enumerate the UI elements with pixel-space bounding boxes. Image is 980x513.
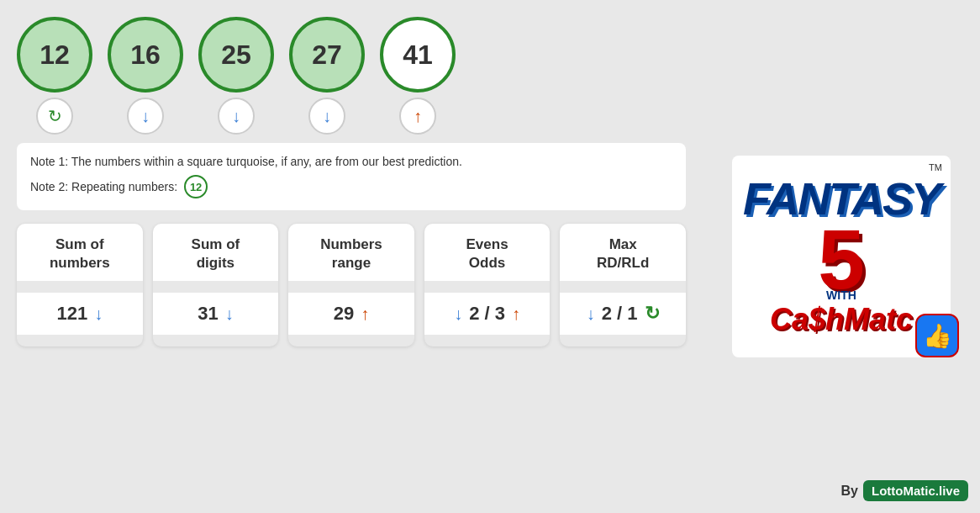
stat-arrow-down-max: ↓	[587, 304, 595, 324]
logo-with-text: WITH	[826, 288, 856, 302]
main-container: 12 ↻ 16 ↓ 25 ↓	[0, 0, 980, 513]
ball-value-5: 41	[403, 40, 433, 71]
refresh-icon-1: ↻	[48, 106, 62, 126]
ball-arrow-2[interactable]: ↓	[127, 98, 164, 135]
stat-label-numbers-range-l2: range	[332, 255, 371, 271]
stat-label-max-rdrd-l2: RD/RLd	[597, 255, 649, 271]
ball-3: 25	[198, 17, 274, 93]
stat-value-numbers-range: 29 ↑	[288, 293, 414, 335]
stat-number-evens-odds: 2 / 3	[469, 303, 505, 325]
ball-value-2: 16	[130, 40, 161, 71]
note1-line: Note 1: The numbers within a square turq…	[30, 155, 672, 168]
notes-section: Note 1: The numbers within a square turq…	[17, 143, 686, 210]
ball-arrow-4[interactable]: ↓	[308, 98, 345, 135]
stat-arrow-down-sum-digits: ↓	[225, 304, 234, 324]
stat-bar-bottom-evens-odds	[424, 335, 551, 346]
stat-bar-top-evens-odds	[424, 281, 551, 293]
arrow-down-icon-2: ↓	[141, 107, 150, 126]
stat-label-evens-odds-l2: Odds	[469, 255, 505, 271]
stat-arrow-refresh-rdrd: ↻	[645, 303, 660, 325]
stat-bar-bottom-sum-numbers	[17, 335, 143, 346]
stat-value-sum-numbers: 121 ↓	[17, 293, 143, 335]
stat-card-sum-digits: Sum of digits 31 ↓	[153, 224, 279, 346]
stat-label-sum-numbers-l2: numbers	[50, 255, 110, 271]
ball-2: 16	[108, 17, 183, 93]
ball-container-5: 41 ↑	[380, 17, 456, 135]
brand-footer: By LottoMatic.live	[841, 480, 968, 501]
balls-row: 12 ↻ 16 ↓ 25 ↓	[17, 17, 686, 135]
brand-site-name: LottoMatic.live	[863, 480, 968, 501]
ball-container-3: 25 ↓	[198, 17, 274, 135]
ball-value-3: 25	[221, 40, 251, 71]
stat-bar-top-numbers-range	[288, 281, 414, 293]
ball-1: 12	[17, 17, 92, 93]
stat-bar-top-max-rdrd	[560, 281, 686, 293]
ball-value-1: 12	[40, 40, 70, 71]
arrow-down-icon-3: ↓	[232, 107, 240, 126]
logo-5-text: 5	[818, 221, 865, 297]
stat-card-max-rdrd: Max RD/RLd ↓ 2 / 1 ↻	[560, 224, 686, 346]
logo-cashmatc-text: Ca$hMatc	[770, 302, 913, 337]
stat-arrow-down-evens: ↓	[454, 304, 462, 324]
logo-area: TM FANTASY 5 WITH Ca$hMatc 👍	[724, 147, 959, 366]
ball-arrow-3[interactable]: ↓	[218, 98, 255, 135]
left-panel: 12 ↻ 16 ↓ 25 ↓	[0, 0, 703, 513]
ball-arrow-5[interactable]: ↑	[399, 98, 436, 135]
stat-bar-top-sum-numbers	[17, 281, 143, 293]
arrow-down-icon-4: ↓	[323, 107, 331, 126]
stat-label-max-rdrd-l1: Max	[609, 236, 637, 252]
stat-label-sum-digits-l1: Sum of	[192, 236, 240, 252]
stat-header-numbers-range: Numbers range	[288, 224, 414, 281]
note2-prefix-text: Note 2: Repeating numbers:	[30, 180, 177, 193]
ball-arrow-1[interactable]: ↻	[36, 98, 73, 135]
stat-header-evens-odds: Evens Odds	[424, 224, 551, 281]
stat-number-sum-numbers: 121	[56, 303, 87, 325]
stat-value-evens-odds: ↓ 2 / 3 ↑	[424, 293, 551, 335]
stats-row: Sum of numbers 121 ↓ Sum of digits 31	[17, 224, 686, 346]
stat-arrow-up-numbers-range: ↑	[361, 304, 369, 324]
stat-label-evens-odds-l1: Evens	[466, 236, 508, 252]
note1-text: Note 1: The numbers within a square turq…	[30, 155, 462, 168]
ball-value-4: 27	[312, 40, 342, 71]
ball-container-4: 27 ↓	[289, 17, 365, 135]
stat-header-sum-numbers: Sum of numbers	[17, 224, 143, 281]
ball-5: 41	[380, 17, 456, 93]
stat-number-max-rdrd: 2 / 1	[602, 303, 638, 325]
ball-4: 27	[289, 17, 365, 93]
stat-header-max-rdrd: Max RD/RLd	[560, 224, 686, 281]
stat-bar-bottom-sum-digits	[153, 335, 279, 346]
arrow-up-icon-5: ↑	[414, 107, 422, 126]
stat-card-evens-odds: Evens Odds ↓ 2 / 3 ↑	[424, 224, 551, 346]
ball-container-2: 16 ↓	[108, 17, 183, 135]
stat-arrow-down-sum-numbers: ↓	[94, 304, 103, 324]
note2-line: Note 2: Repeating numbers: 12	[30, 175, 672, 198]
stat-bar-bottom-numbers-range	[288, 335, 414, 346]
stat-bar-bottom-max-rdrd	[560, 335, 686, 346]
repeating-badge: 12	[184, 175, 208, 198]
stat-number-sum-digits: 31	[198, 303, 218, 325]
stat-card-numbers-range: Numbers range 29 ↑	[288, 224, 414, 346]
stat-label-sum-numbers-l1: Sum of	[55, 236, 104, 252]
stat-arrow-up-odds: ↑	[512, 304, 520, 324]
stat-header-sum-digits: Sum of digits	[153, 224, 279, 281]
stat-value-sum-digits: 31 ↓	[153, 293, 279, 335]
brand-by-label: By	[841, 484, 858, 499]
stat-label-sum-digits-l2: digits	[197, 255, 234, 271]
stat-number-numbers-range: 29	[334, 303, 354, 325]
logo-tm-text: TM	[929, 162, 942, 172]
stat-label-numbers-range-l1: Numbers	[320, 236, 382, 252]
right-panel: TM FANTASY 5 WITH Ca$hMatc 👍 By LottoMat…	[703, 0, 980, 513]
stat-bar-top-sum-digits	[153, 281, 279, 293]
thumbs-up-button[interactable]: 👍	[915, 314, 959, 357]
ball-container-1: 12 ↻	[17, 17, 92, 135]
stat-card-sum-numbers: Sum of numbers 121 ↓	[17, 224, 143, 346]
stat-value-max-rdrd: ↓ 2 / 1 ↻	[560, 293, 686, 335]
